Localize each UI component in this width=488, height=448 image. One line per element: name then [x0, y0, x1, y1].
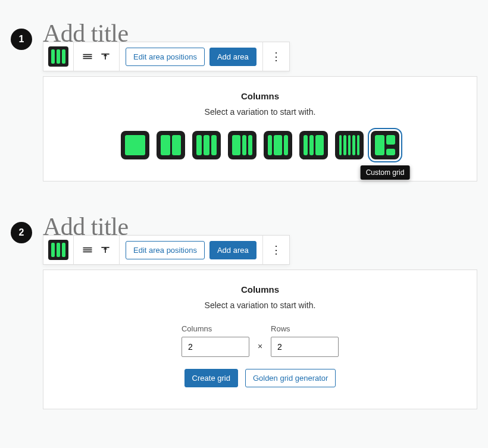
create-grid-button[interactable]: Create grid [184, 369, 238, 387]
golden-grid-button[interactable]: Golden grid generator [245, 369, 336, 387]
variations-placeholder: Columns Select a variation to start with… [43, 76, 477, 181]
svg-rect-8 [83, 252, 92, 253]
svg-rect-10 [105, 249, 106, 253]
block-type-cell[interactable] [43, 236, 74, 264]
more-cell: ⋮ [263, 236, 289, 264]
rows-input[interactable] [271, 337, 339, 357]
custom-grid-tooltip: Custom grid [361, 165, 410, 180]
rows-label: Rows [271, 324, 339, 333]
grid-form-buttons: Create grid Golden grid generator [58, 369, 462, 387]
columns-block-icon [48, 240, 68, 260]
svg-rect-7 [83, 249, 92, 250]
variation-3col-wide-center[interactable] [264, 131, 292, 159]
align-icon[interactable] [79, 241, 96, 259]
variation-5col[interactable] [335, 131, 364, 159]
add-area-button[interactable]: Add area [209, 48, 256, 66]
step-badge: 2 [11, 222, 32, 243]
times-symbol: × [258, 342, 262, 357]
more-cell: ⋮ [263, 42, 289, 71]
placeholder-subtitle: Select a variation to start with. [58, 300, 462, 310]
variation-2col[interactable] [157, 131, 185, 159]
svg-rect-6 [83, 248, 92, 249]
area-actions: Edit area positions Add area [120, 236, 263, 264]
columns-field: Columns [182, 324, 249, 357]
step-1: 1 Add title Edit area positions Add area… [11, 24, 477, 181]
edit-area-positions-button[interactable]: Edit area positions [126, 241, 205, 259]
variation-3col-wide-right[interactable] [299, 131, 328, 159]
rows-field: Rows [271, 324, 339, 357]
vertical-align-icon[interactable] [96, 48, 114, 65]
add-area-button[interactable]: Add area [209, 241, 256, 259]
variation-1col[interactable] [121, 131, 149, 159]
svg-rect-1 [83, 56, 92, 57]
edit-area-positions-button[interactable]: Edit area positions [126, 48, 205, 66]
vertical-align-icon[interactable] [96, 241, 114, 259]
variation-3col-wide-left[interactable] [228, 131, 256, 159]
grid-size-form: Columns × Rows [58, 324, 462, 357]
step-2: 2 Add title Edit area positions Add area… [11, 217, 477, 409]
more-options-icon[interactable]: ⋮ [268, 51, 284, 62]
step-badge: 1 [11, 29, 32, 50]
align-icon[interactable] [79, 48, 96, 65]
block-toolbar: Edit area positions Add area ⋮ [43, 42, 290, 71]
variation-list: Custom grid [58, 131, 462, 159]
placeholder-title: Columns [58, 91, 462, 101]
variation-custom-grid[interactable] [371, 131, 399, 159]
variation-3col[interactable] [192, 131, 221, 159]
placeholder-title: Columns [58, 284, 462, 295]
custom-grid-placeholder: Columns Select a variation to start with… [43, 270, 477, 409]
svg-rect-4 [105, 55, 106, 59]
block-toolbar: Edit area positions Add area ⋮ [43, 235, 290, 265]
svg-rect-2 [83, 58, 92, 59]
more-options-icon[interactable]: ⋮ [268, 245, 284, 255]
columns-input[interactable] [182, 337, 249, 357]
align-controls [74, 236, 120, 264]
align-controls [74, 42, 120, 71]
area-actions: Edit area positions Add area [120, 42, 263, 71]
variation-custom-grid-wrap: Custom grid [371, 131, 399, 159]
columns-label: Columns [182, 324, 249, 333]
columns-block-icon [48, 46, 68, 67]
svg-rect-0 [83, 54, 92, 55]
block-type-cell[interactable] [43, 42, 74, 71]
placeholder-subtitle: Select a variation to start with. [58, 107, 462, 117]
